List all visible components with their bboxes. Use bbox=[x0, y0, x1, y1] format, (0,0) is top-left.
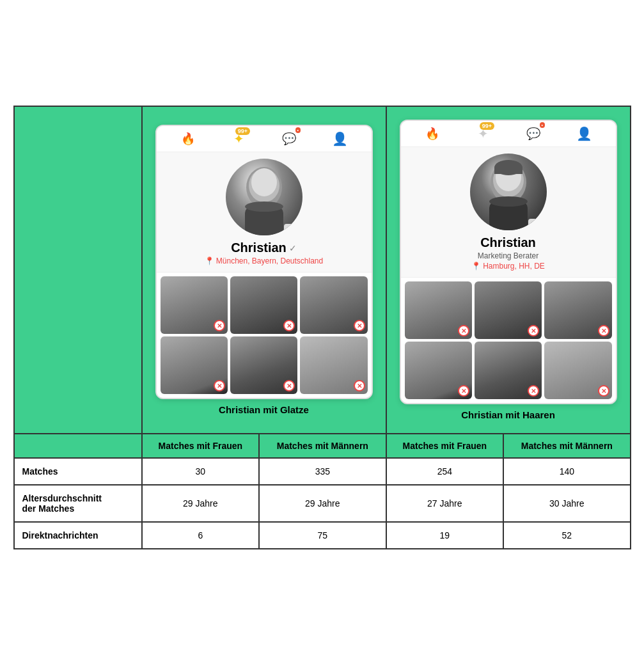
photo-2-hair: ✕ bbox=[475, 281, 542, 339]
topbar-bald: 🔥 ✦ 99+ 💬 • 👤 bbox=[157, 126, 372, 152]
value-hair-maenner-alter: 30 Jahre bbox=[503, 485, 630, 522]
profile-label-hair: Christian mit Haaren bbox=[400, 409, 617, 420]
svg-point-2 bbox=[251, 168, 277, 196]
photo-2-bald: ✕ bbox=[230, 276, 297, 334]
topbar-hair: 🔥 ✦ 99+ 💬 • 👤 bbox=[401, 121, 616, 147]
name-row-hair: Christian bbox=[407, 235, 609, 250]
person-icon-hair: 👤 bbox=[575, 125, 593, 143]
name-row-bald: Christian ✓ bbox=[163, 241, 365, 255]
edit-btn-hair[interactable]: edit bbox=[528, 219, 544, 228]
photo-grid-bald: ✕ ✕ ✕ ✕ ✕ ✕ bbox=[157, 272, 372, 398]
mockup-row: 🔥 ✦ 99+ 💬 • 👤 bbox=[14, 106, 631, 434]
remove-photo-6-bald[interactable]: ✕ bbox=[354, 380, 365, 391]
label-direkt: Direktnachrichten bbox=[14, 522, 142, 549]
photo-5-hair: ✕ bbox=[475, 342, 542, 399]
chat-badge-bald: • bbox=[295, 127, 301, 133]
photo-1-hair: ✕ bbox=[405, 281, 472, 339]
profile-section-hair: edit Christian Marketing Berater 📍 Hambu… bbox=[401, 147, 616, 278]
phone-group-bald: 🔥 ✦ 99+ 💬 • 👤 bbox=[149, 118, 379, 422]
value-bald-maenner-direkt: 75 bbox=[259, 522, 386, 549]
chat-icon-bald: 💬 • bbox=[280, 130, 298, 148]
svg-point-11 bbox=[489, 196, 528, 207]
remove-photo-4-hair[interactable]: ✕ bbox=[458, 385, 469, 397]
remove-photo-3-hair[interactable]: ✕ bbox=[598, 325, 609, 336]
person-icon-bald: 👤 bbox=[331, 130, 349, 148]
edit-btn-bald[interactable]: edit bbox=[284, 224, 300, 233]
photo-5-bald: ✕ bbox=[230, 336, 297, 394]
profile-section-bald: edit Christian ✓ 📍 München, Bayern, Deut… bbox=[157, 152, 372, 272]
svg-point-4 bbox=[245, 201, 283, 212]
photo-6-bald: ✕ bbox=[300, 336, 367, 394]
verified-icon-bald: ✓ bbox=[289, 243, 297, 253]
profile-subtitle-hair: Marketing Berater bbox=[407, 251, 609, 260]
phone-group-hair: 🔥 ✦ 99+ 💬 • 👤 bbox=[393, 113, 624, 427]
label-alter: Altersdurchschnitt der Matches bbox=[14, 485, 142, 522]
value-bald-frauen-matches: 30 bbox=[142, 458, 260, 485]
remove-photo-4-bald[interactable]: ✕ bbox=[214, 380, 225, 391]
photo-3-hair: ✕ bbox=[544, 281, 611, 339]
chat-badge-hair: • bbox=[540, 122, 545, 128]
remove-photo-2-bald[interactable]: ✕ bbox=[283, 320, 295, 331]
remove-photo-1-hair[interactable]: ✕ bbox=[458, 325, 469, 336]
remove-photo-6-hair[interactable]: ✕ bbox=[598, 385, 609, 397]
photo-4-hair: ✕ bbox=[405, 342, 472, 399]
header-bald-maenner: Matches mit Männern bbox=[259, 434, 386, 458]
value-bald-maenner-matches: 335 bbox=[259, 458, 386, 485]
star-icon-hair: ✦ 99+ bbox=[474, 125, 492, 143]
svg-rect-9 bbox=[494, 168, 522, 174]
flame-icon-bald: 🔥 bbox=[179, 130, 197, 148]
location-text-bald: München, Bayern, Deutschland bbox=[216, 256, 323, 265]
value-hair-frauen-matches: 254 bbox=[386, 458, 504, 485]
remove-photo-5-hair[interactable]: ✕ bbox=[528, 385, 539, 397]
flame-icon-hair: 🔥 bbox=[423, 125, 441, 143]
comparison-table: 🔥 ✦ 99+ 💬 • 👤 bbox=[13, 106, 631, 549]
avatar-hair: edit bbox=[470, 154, 547, 230]
star-badge-bald: 99+ bbox=[235, 127, 250, 135]
profile-location-bald: 📍 München, Bayern, Deutschland bbox=[163, 256, 365, 265]
header-bald-frauen: Matches mit Frauen bbox=[142, 434, 260, 458]
photo-4-bald: ✕ bbox=[161, 336, 228, 394]
label-matches: Matches bbox=[14, 458, 142, 485]
avatar-bald: edit bbox=[226, 159, 302, 235]
row-alter: Altersdurchschnitt der Matches 29 Jahre … bbox=[14, 485, 631, 522]
value-bald-frauen-alter: 29 Jahre bbox=[142, 485, 260, 522]
photo-grid-hair: ✕ ✕ ✕ ✕ ✕ ✕ bbox=[401, 278, 616, 403]
location-text-hair: Hamburg, HH, DE bbox=[483, 262, 545, 271]
star-badge-hair: 99+ bbox=[480, 122, 494, 130]
profile-label-bald: Christian mit Glatze bbox=[155, 404, 373, 415]
remove-photo-2-hair[interactable]: ✕ bbox=[528, 325, 539, 336]
row-matches: Matches 30 335 254 140 bbox=[14, 458, 631, 485]
profile-location-hair: 📍 Hamburg, HH, DE bbox=[407, 262, 609, 271]
value-bald-maenner-alter: 29 Jahre bbox=[259, 485, 386, 522]
phone-mockup-bald: 🔥 ✦ 99+ 💬 • 👤 bbox=[155, 125, 373, 399]
remove-photo-1-bald[interactable]: ✕ bbox=[214, 320, 225, 331]
location-pin-bald: 📍 bbox=[205, 256, 214, 265]
phone-mockup-hair: 🔥 ✦ 99+ 💬 • 👤 bbox=[400, 120, 617, 404]
value-bald-frauen-direkt: 6 bbox=[142, 522, 260, 549]
remove-photo-5-bald[interactable]: ✕ bbox=[283, 380, 295, 391]
header-empty bbox=[14, 434, 142, 458]
empty-label-cell bbox=[14, 106, 142, 434]
value-hair-maenner-direkt: 52 bbox=[503, 522, 630, 549]
column-header-row: Matches mit Frauen Matches mit Männern M… bbox=[14, 434, 631, 458]
profile-bald-cell: 🔥 ✦ 99+ 💬 • 👤 bbox=[142, 106, 386, 434]
chat-icon-hair: 💬 • bbox=[524, 125, 542, 143]
photo-6-hair: ✕ bbox=[544, 342, 611, 399]
value-hair-maenner-matches: 140 bbox=[503, 458, 630, 485]
header-hair-maenner: Matches mit Männern bbox=[503, 434, 630, 458]
value-hair-frauen-direkt: 19 bbox=[386, 522, 504, 549]
photo-3-bald: ✕ bbox=[300, 276, 367, 334]
value-hair-frauen-alter: 27 Jahre bbox=[386, 485, 504, 522]
photo-1-bald: ✕ bbox=[161, 276, 228, 334]
location-pin-hair: 📍 bbox=[471, 262, 481, 271]
profile-hair-cell: 🔥 ✦ 99+ 💬 • 👤 bbox=[386, 106, 631, 434]
row-direkt: Direktnachrichten 6 75 19 52 bbox=[14, 522, 631, 549]
header-hair-frauen: Matches mit Frauen bbox=[386, 434, 504, 458]
star-icon-bald: ✦ 99+ bbox=[230, 130, 247, 148]
remove-photo-3-bald[interactable]: ✕ bbox=[354, 320, 365, 331]
profile-name-hair: Christian bbox=[480, 235, 536, 250]
profile-name-bald: Christian bbox=[231, 241, 287, 255]
label-alter-text: Altersdurchschnitt der Matches bbox=[22, 493, 102, 514]
